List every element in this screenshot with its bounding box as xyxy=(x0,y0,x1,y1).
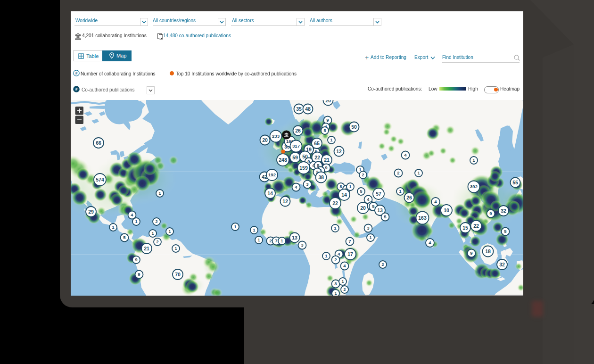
svg-text:2: 2 xyxy=(397,170,399,175)
svg-text:12: 12 xyxy=(282,199,288,204)
svg-text:1: 1 xyxy=(349,184,351,189)
svg-text:4: 4 xyxy=(404,152,407,157)
svg-text:32: 32 xyxy=(499,262,505,267)
svg-text:4: 4 xyxy=(131,212,133,217)
svg-text:3: 3 xyxy=(301,242,303,248)
svg-text:1: 1 xyxy=(472,158,475,163)
svg-text:65: 65 xyxy=(314,141,320,146)
svg-text:3: 3 xyxy=(334,281,337,286)
svg-text:5: 5 xyxy=(123,235,126,240)
svg-text:22: 22 xyxy=(314,155,320,160)
svg-text:4: 4 xyxy=(429,240,431,245)
svg-text:4: 4 xyxy=(338,251,340,256)
svg-text:233: 233 xyxy=(272,133,280,139)
svg-text:2: 2 xyxy=(156,240,158,244)
svg-text:3: 3 xyxy=(367,225,369,231)
svg-text:1: 1 xyxy=(280,239,283,243)
svg-text:2: 2 xyxy=(362,173,364,177)
svg-text:1: 1 xyxy=(325,254,327,258)
svg-text:48: 48 xyxy=(305,106,311,112)
svg-text:38: 38 xyxy=(318,174,324,180)
svg-text:14: 14 xyxy=(267,190,273,196)
svg-text:59: 59 xyxy=(292,155,298,160)
svg-text:1: 1 xyxy=(417,171,420,175)
svg-text:7: 7 xyxy=(348,239,351,244)
svg-text:20: 20 xyxy=(360,205,366,211)
svg-text:8: 8 xyxy=(339,184,342,189)
svg-text:55: 55 xyxy=(512,180,518,185)
svg-text:5: 5 xyxy=(360,189,362,194)
svg-text:5: 5 xyxy=(384,214,387,219)
svg-text:4: 4 xyxy=(343,263,346,268)
svg-text:20: 20 xyxy=(262,137,268,143)
svg-text:159: 159 xyxy=(299,165,308,171)
svg-text:35: 35 xyxy=(296,106,302,112)
svg-text:9: 9 xyxy=(489,211,492,216)
svg-text:1: 1 xyxy=(257,238,260,242)
svg-text:192: 192 xyxy=(268,172,276,177)
svg-text:9: 9 xyxy=(135,257,137,262)
svg-text:#: # xyxy=(75,87,78,91)
svg-text:50: 50 xyxy=(351,124,357,130)
svg-text:248: 248 xyxy=(279,157,287,163)
svg-text:2: 2 xyxy=(155,219,157,224)
svg-text:13: 13 xyxy=(292,235,297,240)
svg-text:22: 22 xyxy=(473,223,479,229)
svg-text:21: 21 xyxy=(324,157,330,163)
svg-text:1: 1 xyxy=(174,246,177,251)
svg-text:#: # xyxy=(75,71,78,75)
svg-text:2: 2 xyxy=(343,287,346,292)
svg-text:14: 14 xyxy=(341,192,347,198)
svg-text:2: 2 xyxy=(269,238,272,243)
svg-text:5: 5 xyxy=(323,128,326,133)
svg-text:1: 1 xyxy=(234,224,236,229)
svg-text:163: 163 xyxy=(418,215,427,221)
svg-text:57: 57 xyxy=(376,191,381,197)
svg-text:317: 317 xyxy=(292,143,300,149)
svg-text:21: 21 xyxy=(144,246,149,251)
svg-text:26: 26 xyxy=(295,128,301,133)
svg-text:9: 9 xyxy=(325,165,327,170)
svg-text:1: 1 xyxy=(135,219,137,224)
svg-text:4: 4 xyxy=(367,197,370,202)
svg-text:26: 26 xyxy=(406,195,412,200)
svg-text:1: 1 xyxy=(168,229,171,234)
svg-text:20: 20 xyxy=(325,100,331,103)
svg-text:4: 4 xyxy=(434,199,437,204)
svg-text:29: 29 xyxy=(88,209,94,215)
svg-text:13: 13 xyxy=(377,207,383,213)
svg-text:9: 9 xyxy=(470,250,472,256)
svg-text:2: 2 xyxy=(334,257,337,262)
svg-text:32: 32 xyxy=(501,208,506,214)
svg-text:574: 574 xyxy=(96,177,104,182)
svg-text:2: 2 xyxy=(381,262,384,267)
svg-text:1: 1 xyxy=(330,138,332,142)
svg-text:1: 1 xyxy=(112,225,114,230)
svg-text:12: 12 xyxy=(336,149,342,154)
svg-text:4: 4 xyxy=(295,184,297,190)
svg-text:22: 22 xyxy=(332,200,338,206)
svg-text:1: 1 xyxy=(341,279,344,284)
svg-text:5: 5 xyxy=(372,204,375,209)
svg-text:7: 7 xyxy=(275,238,277,243)
svg-text:66: 66 xyxy=(96,140,101,146)
svg-text:1: 1 xyxy=(334,291,337,296)
svg-text:1: 1 xyxy=(334,226,336,231)
svg-text:10: 10 xyxy=(444,207,449,213)
svg-text:5: 5 xyxy=(504,229,507,234)
svg-text:9: 9 xyxy=(138,272,140,277)
svg-text:1: 1 xyxy=(399,189,401,194)
svg-text:392: 392 xyxy=(470,184,478,189)
svg-text:1: 1 xyxy=(253,228,255,232)
svg-text:15: 15 xyxy=(462,225,468,231)
svg-text:1: 1 xyxy=(369,235,371,240)
svg-text:17: 17 xyxy=(347,251,353,257)
svg-text:9: 9 xyxy=(326,117,329,123)
svg-text:18: 18 xyxy=(485,248,491,254)
svg-text:3: 3 xyxy=(306,182,308,187)
svg-text:1: 1 xyxy=(151,231,154,236)
svg-text:1: 1 xyxy=(158,191,161,196)
svg-text:70: 70 xyxy=(175,272,181,277)
